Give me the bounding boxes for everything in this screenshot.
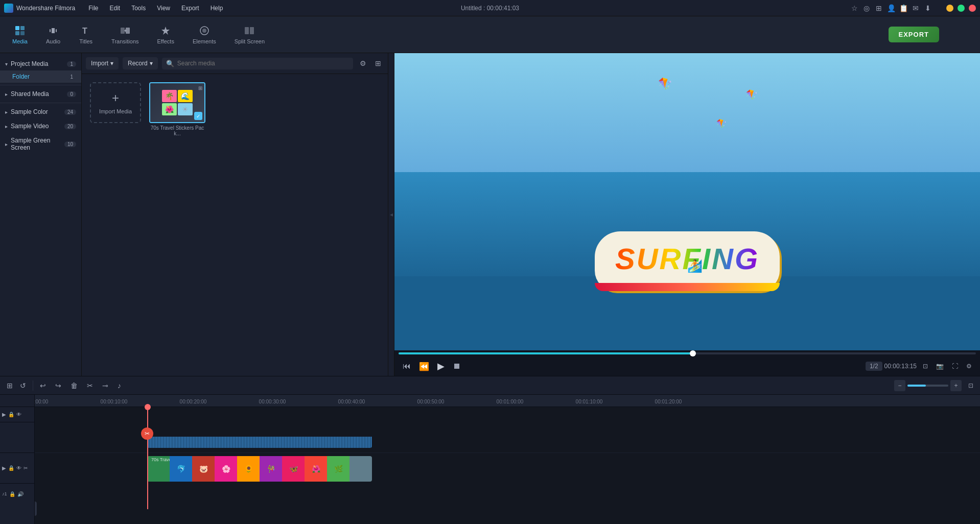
audio-track-lock-icon: 🔒: [9, 491, 15, 497]
menu-edit[interactable]: Edit: [105, 3, 126, 14]
import-chevron-icon: ▾: [110, 60, 113, 67]
rewind-button[interactable]: ⏮: [401, 361, 413, 372]
previous-frame-button[interactable]: ⏪: [417, 361, 431, 372]
preview-right-icons: ⊡ 📷 ⛶ ⚙: [921, 362, 974, 371]
preview-video: SURFING 🪁 🪁 🪁 🏄: [394, 53, 980, 350]
cut-button[interactable]: ✂: [84, 380, 96, 391]
effects-icon: [160, 25, 171, 36]
sidebar-section-sample-color: ▸ Sample Color 24: [0, 105, 81, 118]
toolbar-titles[interactable]: T Titles: [71, 22, 101, 47]
main-content: ▾ Project Media 1 Folder 1 ▸ Shared Medi…: [0, 53, 980, 376]
screenshot-button[interactable]: 📷: [934, 362, 946, 371]
taskbar-icon-5[interactable]: 📋: [899, 4, 907, 12]
settings-button[interactable]: ⚙: [964, 362, 974, 371]
stop-button[interactable]: ⏹: [451, 361, 463, 372]
taskbar-icon-2[interactable]: ◎: [862, 4, 871, 12]
toolbar-audio[interactable]: Audio: [38, 22, 68, 47]
import-media-button[interactable]: + Import Media: [90, 82, 141, 123]
video-track-label: ▶ 🔒 👁 ✂: [0, 453, 34, 484]
menu-file[interactable]: File: [83, 3, 103, 14]
toolbar-media-label: Media: [12, 38, 28, 44]
progress-bar[interactable]: [399, 352, 976, 354]
minimize-button[interactable]: [946, 5, 953, 12]
svg-rect-3: [20, 31, 25, 35]
kite-icon-3: 🪁: [716, 118, 727, 128]
fullscreen-button[interactable]: ⛶: [950, 362, 960, 371]
svg-rect-12: [250, 27, 254, 34]
filter-icon[interactable]: ⚙: [357, 58, 368, 69]
split-button[interactable]: ⊸: [100, 380, 111, 391]
sidebar-item-folder[interactable]: Folder 1: [0, 70, 81, 83]
fit-button[interactable]: ⊡: [966, 380, 976, 391]
sidebar-divider-2: [0, 103, 81, 103]
media-item-sticker-pack[interactable]: 🌴 🌊 🌺 ☀ ⊞ ✓ 70s Travel Stickers Pack...: [149, 82, 205, 136]
crop-button[interactable]: ⊡: [921, 362, 930, 371]
maximize-button[interactable]: [958, 5, 965, 12]
record-chevron-icon: ▾: [150, 60, 153, 67]
svg-text:T: T: [82, 27, 87, 35]
toolbar-elements[interactable]: Elements: [184, 22, 224, 47]
ruler-80: 00:01:20:00: [655, 399, 682, 404]
empty-track-labels: ▶ 🔒 👁: [0, 407, 34, 453]
video-track-lock-icon: 🔒: [8, 465, 14, 471]
taskbar-icon-1[interactable]: ☆: [850, 4, 858, 12]
close-button[interactable]: [969, 5, 976, 12]
sidebar-folder-label: Folder: [12, 73, 30, 80]
zoom-in-button[interactable]: +: [950, 380, 962, 391]
sidebar-header-sample-green[interactable]: ▸ Sample Green Screen 10: [0, 134, 81, 154]
undo-button[interactable]: ↩: [37, 380, 49, 391]
progress-handle[interactable]: [690, 350, 696, 356]
taskbar-icon-6[interactable]: ✉: [912, 4, 920, 12]
menu-help[interactable]: Help: [205, 3, 228, 14]
menu-tools[interactable]: Tools: [126, 3, 151, 14]
sidebar-header-sample-color[interactable]: ▸ Sample Color 24: [0, 105, 81, 118]
toolbar-split-screen[interactable]: Split Screen: [226, 22, 273, 47]
preview-video-inner: SURFING 🪁 🪁 🪁 🏄: [394, 53, 980, 350]
audio-button[interactable]: ♪: [115, 380, 124, 391]
progress-bar-fill: [399, 352, 693, 354]
sidebar-header-sample-video[interactable]: ▸ Sample Video 20: [0, 120, 81, 133]
sidebar-sample-color-label: Sample Color: [11, 108, 48, 115]
collapse-handle[interactable]: ◂: [388, 53, 394, 376]
taskbar-icon-4[interactable]: 👤: [887, 4, 895, 12]
timeline-add-media-button[interactable]: ⊞: [4, 380, 15, 391]
grid-view-icon[interactable]: ⊞: [372, 58, 384, 69]
sidebar: ▾ Project Media 1 Folder 1 ▸ Shared Medi…: [0, 53, 82, 376]
toolbar-media[interactable]: Media: [4, 22, 36, 47]
search-input[interactable]: [177, 60, 349, 67]
export-button[interactable]: EXPORT: [889, 27, 939, 42]
taskbar-icon-7[interactable]: ⬇: [924, 4, 932, 12]
audio-track-speaker-icon: 🔊: [17, 491, 24, 497]
import-dropdown-button[interactable]: Import ▾: [86, 57, 119, 69]
video-clip[interactable]: 70s Travel Stickers Pack - 4/(Vol:4) p..…: [147, 456, 372, 482]
preview-background: SURFING 🪁 🪁 🪁 🏄: [394, 53, 980, 350]
sidebar-header-shared-media[interactable]: ▸ Shared Media 0: [0, 87, 81, 101]
video-track-play-icon: ▶: [2, 465, 6, 471]
title-bar-right: ☆ ◎ ⊞ 👤 📋 ✉ ⬇: [850, 4, 976, 12]
sidebar-header-project-media[interactable]: ▾ Project Media 1: [0, 57, 81, 70]
timeline-scroll-content[interactable]: 00:00:00:00 00:00:10:00 00:00:20:00 00:0…: [35, 395, 980, 524]
sidebar-section-project-media: ▾ Project Media 1 Folder 1: [0, 57, 81, 83]
toolbar-transitions[interactable]: Transitions: [103, 22, 147, 47]
play-button[interactable]: ▶: [435, 360, 447, 373]
media-check-icon: ✓: [194, 112, 202, 120]
record-dropdown-button[interactable]: Record ▾: [123, 57, 158, 69]
clip-thumb-5: 🌻: [237, 456, 260, 482]
sidebar-section-shared-media: ▸ Shared Media 0: [0, 87, 81, 101]
zoom-slider-fill: [907, 385, 926, 387]
video-track-eye-icon: 👁: [16, 465, 21, 471]
taskbar-icon-3[interactable]: ⊞: [875, 4, 883, 12]
kite-icon-1: 🪁: [658, 77, 672, 90]
delete-button[interactable]: 🗑: [68, 380, 80, 391]
timeline-loop-button[interactable]: ↺: [17, 380, 29, 391]
track-icon-lock: 🔒: [8, 412, 14, 417]
track-icon-eye: 👁: [16, 412, 21, 417]
redo-button[interactable]: ↪: [53, 380, 64, 391]
menu-export[interactable]: Export: [176, 3, 204, 14]
zoom-slider[interactable]: [907, 385, 948, 387]
timeline-main: ▶ 🔒 👁 ▶ 🔒 👁 ✂ ♪1 🔒 🔊 0: [0, 395, 980, 524]
ruler-10: 00:00:10:00: [101, 399, 128, 404]
toolbar-effects[interactable]: Effects: [149, 22, 182, 47]
zoom-out-button[interactable]: −: [894, 380, 905, 391]
menu-view[interactable]: View: [152, 3, 175, 14]
